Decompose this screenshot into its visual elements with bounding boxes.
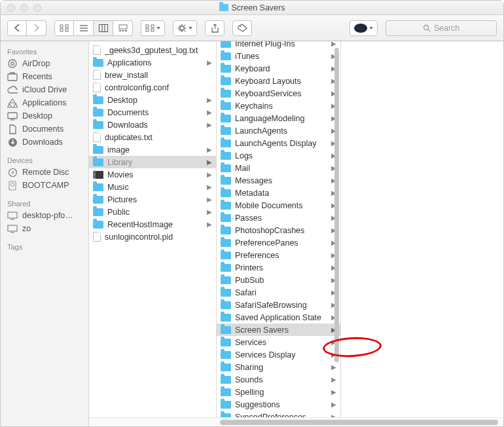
item-name: sunlogincontrol.pid: [105, 232, 173, 242]
list-item[interactable]: Movies▶: [89, 168, 216, 181]
list-item[interactable]: Library▶: [89, 156, 216, 168]
list-item[interactable]: Keychains▶: [217, 100, 340, 112]
list-item[interactable]: Documents▶: [89, 106, 216, 119]
folder-icon: [93, 208, 103, 216]
chevron-right-icon: ▶: [207, 96, 212, 103]
view-list-button[interactable]: [74, 20, 94, 36]
list-item[interactable]: PhotoshopCrashes▶: [217, 224, 340, 236]
list-item[interactable]: RecentHostImage▶: [89, 218, 216, 231]
action-menu-button[interactable]: [173, 20, 197, 36]
list-item[interactable]: Logs▶: [217, 149, 340, 162]
list-item[interactable]: LaunchAgents▶: [217, 124, 340, 137]
minimize-window-button[interactable]: [20, 4, 28, 12]
item-name: Internet Plug-Ins: [235, 41, 295, 48]
sidebar-item-bootcamp[interactable]: BOOTCAMP: [1, 179, 88, 192]
sidebar-item-applications[interactable]: Applications: [1, 96, 88, 109]
item-name: Passes: [235, 214, 262, 223]
chevron-right-icon: ▶: [207, 146, 212, 153]
list-item[interactable]: sunlogincontrol.pid: [89, 231, 216, 243]
list-item[interactable]: Applications▶: [89, 56, 216, 69]
list-item[interactable]: LaunchAgents Display▶: [217, 137, 340, 149]
folder-icon: [221, 376, 231, 384]
horizontal-scrollbar[interactable]: [89, 417, 503, 426]
svg-rect-26: [8, 225, 17, 231]
close-window-button[interactable]: [7, 4, 15, 12]
list-item[interactable]: Keyboard Layouts▶: [217, 75, 340, 87]
list-item[interactable]: Sharing▶: [217, 361, 340, 373]
list-item[interactable]: Services Display▶: [217, 348, 340, 361]
folder-icon: [221, 189, 231, 197]
list-item[interactable]: Passes▶: [217, 212, 340, 224]
folder-icon: [221, 139, 231, 147]
folder-icon: [93, 146, 103, 154]
svg-point-21: [9, 168, 16, 176]
list-item[interactable]: Services▶: [217, 336, 340, 348]
list-item[interactable]: SafariSafeBrowsing▶: [217, 299, 340, 311]
list-item[interactable]: iTunes▶: [217, 50, 340, 62]
list-item[interactable]: Screen Savers▶: [217, 324, 340, 336]
tags-button[interactable]: [232, 20, 252, 36]
column-3[interactable]: [341, 41, 503, 426]
sidebar-item-airdrop[interactable]: AirDrop: [1, 57, 88, 70]
view-columns-button[interactable]: [94, 20, 113, 36]
back-button[interactable]: [7, 20, 27, 36]
list-item[interactable]: Suggestions▶: [217, 398, 340, 411]
sidebar-item-zo[interactable]: zo: [1, 222, 88, 235]
search-container: Search: [386, 20, 497, 36]
downloads-icon: [7, 138, 18, 147]
list-item[interactable]: Mobile Documents▶: [217, 199, 340, 212]
item-name: Spelling: [235, 388, 264, 397]
folder-icon: [221, 65, 231, 73]
list-item[interactable]: Public▶: [89, 206, 216, 218]
sidebar-item-desktop-pfo-[interactable]: desktop-pfo…: [1, 209, 88, 222]
list-item[interactable]: _geeks3d_gputest_log.txt: [89, 44, 216, 56]
arrange-button[interactable]: [141, 20, 165, 36]
list-item[interactable]: Mail▶: [217, 162, 340, 174]
svg-point-13: [180, 26, 184, 29]
list-item[interactable]: Preferences▶: [217, 249, 340, 261]
column-2-scrollbar[interactable]: [334, 44, 339, 398]
sidebar-item-downloads[interactable]: Downloads: [1, 136, 88, 149]
list-item[interactable]: PreferencePanes▶: [217, 236, 340, 249]
column-2[interactable]: Internet Plug-Ins▶iTunes▶Keyboard▶Keyboa…: [217, 41, 341, 426]
view-gallery-button[interactable]: [113, 20, 133, 36]
folder-icon: [221, 301, 231, 309]
item-name: _geeks3d_gputest_log.txt: [105, 46, 198, 55]
list-item[interactable]: Internet Plug-Ins▶: [217, 41, 340, 50]
sidebar-item-desktop[interactable]: Desktop: [1, 109, 88, 122]
list-item[interactable]: Saved Application State▶: [217, 311, 340, 324]
privacy-button[interactable]: [350, 20, 378, 36]
list-item[interactable]: Sounds▶: [217, 373, 340, 386]
forward-button[interactable]: [27, 20, 46, 36]
list-item[interactable]: Spelling▶: [217, 386, 340, 398]
list-item[interactable]: KeyboardServices▶: [217, 87, 340, 100]
list-item[interactable]: Downloads▶: [89, 119, 216, 131]
zoom-window-button[interactable]: [33, 4, 41, 12]
search-field[interactable]: Search: [386, 20, 497, 36]
list-item[interactable]: Desktop▶: [89, 94, 216, 106]
list-item[interactable]: controlconfig.conf: [89, 81, 216, 94]
list-item[interactable]: Messages▶: [217, 174, 340, 187]
column-1[interactable]: _geeks3d_gputest_log.txtApplications▶bre…: [89, 41, 217, 426]
svg-rect-2: [60, 29, 63, 31]
list-item[interactable]: Music▶: [89, 181, 216, 193]
folder-icon: [221, 41, 231, 48]
list-item[interactable]: brew_install: [89, 69, 216, 81]
view-icons-button[interactable]: [54, 20, 74, 36]
list-item[interactable]: image▶: [89, 143, 216, 156]
sidebar-item-remote-disc[interactable]: Remote Disc: [1, 166, 88, 179]
sidebar-item-documents[interactable]: Documents: [1, 122, 88, 136]
list-item[interactable]: duplicates.txt: [89, 131, 216, 143]
folder-icon: [93, 183, 103, 191]
list-item[interactable]: LanguageModeling▶: [217, 112, 340, 124]
list-item[interactable]: Metadata▶: [217, 187, 340, 199]
list-item[interactable]: Printers▶: [217, 261, 340, 274]
sidebar-item-icloud-drive[interactable]: iCloud Drive: [1, 83, 88, 96]
list-item[interactable]: Safari▶: [217, 286, 340, 299]
list-item[interactable]: PubSub▶: [217, 274, 340, 286]
share-button[interactable]: [205, 20, 225, 36]
pc-icon: [7, 224, 18, 233]
sidebar-item-recents[interactable]: Recents: [1, 70, 88, 83]
list-item[interactable]: Keyboard▶: [217, 62, 340, 75]
list-item[interactable]: Pictures▶: [89, 193, 216, 206]
